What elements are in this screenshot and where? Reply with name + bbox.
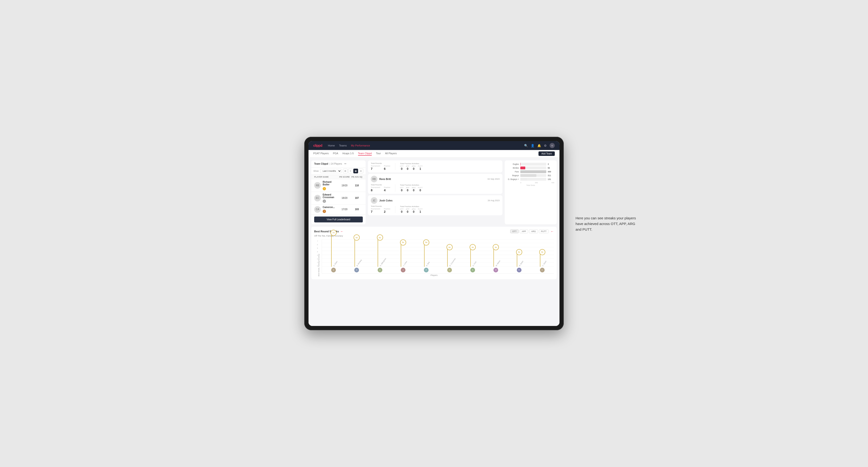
player-avg-2: 107 xyxy=(351,197,363,199)
main-content: Team Clippd | 14 Players ✏ Show Last 3 m… xyxy=(309,158,559,326)
bar-label: Bogeys xyxy=(507,174,519,177)
card-avatar-1: RB xyxy=(371,176,377,182)
time-filter-select[interactable]: Last 3 months xyxy=(320,169,342,173)
bar-track xyxy=(520,170,546,173)
streak-bubble: 4x xyxy=(446,244,453,250)
user-avatar[interactable]: U xyxy=(550,143,555,148)
table-header: PLAYER NAME PB SCORE PB AVG SQ xyxy=(311,175,366,179)
col-player-name: PLAYER NAME xyxy=(314,176,338,178)
player-name-1: Richard Butler xyxy=(323,181,338,186)
streak-bubble: 3x xyxy=(516,249,522,255)
nav-my-performance[interactable]: My Performance xyxy=(351,144,370,147)
streak-player-avatar: C xyxy=(540,268,545,272)
player-score-3: 17/20 xyxy=(338,208,351,211)
grid-line xyxy=(322,243,554,243)
grid-line xyxy=(322,262,554,263)
bar-value: 131 xyxy=(548,178,554,181)
filter-putt[interactable]: PUTT xyxy=(539,229,549,233)
y-axis-title: Best Streak, Fairway Accuracy xyxy=(318,254,319,276)
streak-player-avatar: J xyxy=(401,268,405,272)
streak-bar xyxy=(424,243,425,267)
edit-icon[interactable]: ✏ xyxy=(344,162,346,165)
streak-bubble: 5x xyxy=(400,239,406,246)
card-view-icon[interactable]: ▦ xyxy=(353,168,358,173)
streak-bar xyxy=(354,238,355,267)
add-team-button[interactable]: Add Team xyxy=(538,151,555,156)
axis-label: 0 xyxy=(520,182,521,184)
bar-row: D. Bogeys + 131 xyxy=(507,178,554,181)
list-view-icon[interactable]: ≡ xyxy=(348,168,353,173)
subnav-all-players[interactable]: All Players xyxy=(385,152,397,156)
annotation-text: Here you can see streaks your players ha… xyxy=(576,215,637,232)
axis-label: 200 xyxy=(535,182,538,184)
player-card-1: RB Rees Britt 02 Sep 2023 Total Rounds T… xyxy=(368,174,502,194)
nav-teams[interactable]: Teams xyxy=(339,144,347,147)
card-header-2: JC Josh Coles 26 Aug 2023 xyxy=(371,197,500,204)
tablet-screen: clippd Home Teams My Performance 🔍 👤 🔔 ⚙… xyxy=(309,141,559,326)
subnav-team-clippd[interactable]: Team Clippd xyxy=(358,152,372,156)
player-row[interactable]: CA Cameron... 3 17/20 103 xyxy=(311,205,366,215)
settings-icon[interactable]: ⚙ xyxy=(544,144,547,148)
grid-line xyxy=(322,258,554,259)
player-info-3: Cameron... 3 xyxy=(323,206,338,213)
leaderboard-panel: Team Clippd | 14 Players ✏ Show Last 3 m… xyxy=(311,160,366,224)
nav-home[interactable]: Home xyxy=(328,144,335,147)
view-icons: ⊞ ≡ ▦ ⊟ xyxy=(343,168,363,173)
col-pb-avg: PB AVG SQ xyxy=(351,176,363,178)
bell-icon[interactable]: 🔔 xyxy=(537,144,541,148)
bar-label: Eagles xyxy=(507,163,519,165)
navbar: clippd Home Teams My Performance 🔍 👤 🔔 ⚙… xyxy=(309,141,559,150)
bar-fill xyxy=(520,174,536,177)
streak-subtitle: Off The Tee, Fairway Accuracy xyxy=(314,235,554,237)
bar-value: 499 xyxy=(548,170,554,173)
filter-ott[interactable]: OTT xyxy=(510,229,519,233)
subnav: PGAT Players PGA Hcaps 1-5 Team Clippd T… xyxy=(309,150,559,158)
bar-label: Pars xyxy=(507,170,519,173)
streak-player-avatar: E xyxy=(447,268,452,272)
card-date-1: 02 Sep 2023 xyxy=(488,178,500,180)
streak-bar xyxy=(447,247,448,267)
player-avg-3: 103 xyxy=(351,208,363,211)
chart-axis: 0200400 xyxy=(507,182,554,184)
show-label: Show xyxy=(313,170,319,172)
top-section: Team Clippd | 14 Players ✏ Show Last 3 m… xyxy=(311,160,557,224)
player-badge-1: 1 xyxy=(323,187,326,190)
player-name-2: Edward Crossman xyxy=(323,193,338,198)
streak-bubble: 7x xyxy=(331,230,337,236)
streak-filters: OTT APP ARG PUTT ← xyxy=(510,229,554,233)
subnav-hcaps[interactable]: Hcaps 1-5 xyxy=(342,152,354,156)
streak-player-avatar: B xyxy=(354,268,359,272)
bar-track xyxy=(520,166,546,169)
subnav-pga[interactable]: PGA xyxy=(333,152,338,156)
bar-row: Birdies 96 xyxy=(507,166,554,169)
x-axis-label: Players xyxy=(314,274,554,276)
filter-arg[interactable]: ARG xyxy=(529,229,538,233)
player-avatar-3: CA xyxy=(314,206,321,213)
streak-bubble: 5x xyxy=(423,239,429,246)
bar-label: D. Bogeys + xyxy=(507,178,519,181)
streak-player-avatar: D xyxy=(470,268,475,272)
card0-tournament: 7 xyxy=(371,167,380,170)
streak-bubble: 6x xyxy=(377,235,383,241)
bar-track xyxy=(520,163,546,165)
streak-bar xyxy=(493,247,494,267)
player-row[interactable]: RB Richard Butler 1 19/20 110 xyxy=(311,179,366,192)
filter-app[interactable]: APP xyxy=(520,229,528,233)
subnav-pgat[interactable]: PGAT Players xyxy=(313,152,329,156)
bar-label: Birdies xyxy=(507,167,519,169)
subnav-tour[interactable]: Tour xyxy=(376,152,381,156)
view-full-leaderboard-button[interactable]: View Full Leaderboard xyxy=(314,217,363,222)
grid-view-icon[interactable]: ⊞ xyxy=(343,168,348,173)
streak-bar xyxy=(331,233,332,267)
search-icon[interactable]: 🔍 xyxy=(524,144,528,148)
arrow-indicator-right: ← xyxy=(551,229,554,233)
player-name-3: Cameron... xyxy=(323,206,338,209)
bar-track xyxy=(520,178,546,181)
bar-track xyxy=(520,174,546,177)
person-icon[interactable]: 👤 xyxy=(531,144,534,148)
nav-links: Home Teams My Performance xyxy=(328,144,524,147)
streak-bubble: 3x xyxy=(539,249,545,255)
table-view-icon[interactable]: ⊟ xyxy=(359,168,363,173)
player-row[interactable]: EC Edward Crossman 2 18/20 107 xyxy=(311,192,366,205)
col-pb-score: PB SCORE xyxy=(338,176,351,178)
